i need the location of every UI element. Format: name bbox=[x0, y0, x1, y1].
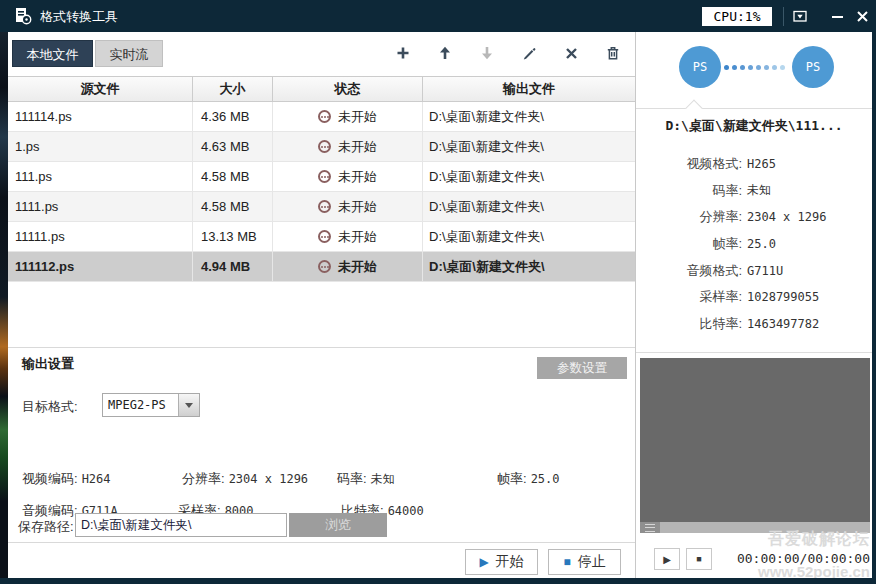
info-row: 码率: 未知 bbox=[636, 178, 872, 205]
watermark-text: 吾爱破解论坛 bbox=[768, 529, 870, 550]
table-row[interactable]: 11111.ps 13.13 MB 未开始 D:\桌面\新建文件夹\ bbox=[8, 222, 635, 252]
remove-file-button[interactable] bbox=[560, 42, 582, 64]
edit-file-button[interactable] bbox=[518, 42, 540, 64]
info-divider bbox=[636, 108, 872, 109]
source-file-cell: 11111.ps bbox=[8, 222, 193, 251]
stop-button[interactable]: ■ 停止 bbox=[548, 549, 621, 575]
dropdown-arrow-button[interactable] bbox=[178, 394, 199, 416]
status-cell: 未开始 bbox=[273, 132, 423, 161]
move-down-button[interactable] bbox=[476, 42, 498, 64]
resolution-field: 分辨率:2304 x 1296 bbox=[182, 470, 308, 488]
titlebar-separator bbox=[783, 7, 784, 26]
caret-up-icon bbox=[686, 100, 703, 117]
file-table: 111114.ps 4.36 MB 未开始 D:\桌面\新建文件夹\ 1.ps … bbox=[8, 102, 635, 282]
close-button[interactable] bbox=[851, 7, 873, 26]
status-text: 未开始 bbox=[338, 168, 377, 186]
file-size-cell: 13.13 MB bbox=[193, 222, 273, 251]
column-header-output[interactable]: 输出文件 bbox=[423, 77, 635, 101]
table-row-selected[interactable]: 111112.ps 4.94 MB 未开始 D:\桌面\新建文件夹\ bbox=[8, 252, 635, 282]
table-header: 源文件 大小 状态 输出文件 bbox=[8, 76, 635, 102]
table-row[interactable]: 111.ps 4.58 MB 未开始 D:\桌面\新建文件夹\ bbox=[8, 162, 635, 192]
info-row: 帧率: 25.0 bbox=[636, 231, 872, 258]
titlebar: 格式转换工具 CPU:1% bbox=[0, 0, 876, 32]
target-format-select[interactable]: MPEG2-PS bbox=[102, 393, 200, 417]
plus-icon bbox=[396, 46, 410, 60]
seek-handle[interactable] bbox=[640, 522, 660, 533]
stop-icon: ■ bbox=[696, 554, 701, 564]
column-header-source[interactable]: 源文件 bbox=[8, 77, 193, 101]
desktop-background-strip bbox=[0, 32, 8, 584]
preview-stop-button[interactable]: ■ bbox=[686, 548, 712, 570]
info-row: 采样率: 1028799055 bbox=[636, 284, 872, 311]
cpu-usage-badge: CPU:1% bbox=[702, 7, 772, 26]
video-codec-field: 视频编码:H264 bbox=[22, 470, 111, 488]
selected-file-path: D:\桌面\新建文件夹\111... bbox=[636, 117, 872, 135]
section-divider bbox=[8, 347, 635, 348]
media-info-list: 视频格式: H265 码率: 未知 分辨率: 2304 x 1296 帧率: 2… bbox=[636, 151, 872, 337]
source-file-cell: 111.ps bbox=[8, 162, 193, 191]
target-format-badge: PS bbox=[792, 46, 834, 88]
play-icon: ▶ bbox=[479, 556, 488, 568]
start-button-label: 开始 bbox=[496, 553, 524, 571]
output-settings-title: 输出设置 bbox=[22, 355, 74, 373]
column-header-status[interactable]: 状态 bbox=[273, 77, 423, 101]
status-cell: 未开始 bbox=[273, 102, 423, 131]
conversion-arrow-dots bbox=[724, 65, 785, 70]
file-size-cell: 4.36 MB bbox=[193, 102, 273, 131]
table-row[interactable]: 1.ps 4.63 MB 未开始 D:\桌面\新建文件夹\ bbox=[8, 132, 635, 162]
app-window: 格式转换工具 CPU:1% 本地文件 实时流 bbox=[0, 0, 876, 584]
output-path-cell: D:\桌面\新建文件夹\ bbox=[423, 132, 635, 161]
app-icon bbox=[13, 6, 33, 26]
arrow-up-icon bbox=[438, 46, 452, 60]
output-path-cell: D:\桌面\新建文件夹\ bbox=[423, 252, 635, 281]
output-path-cell: D:\桌面\新建文件夹\ bbox=[423, 102, 635, 131]
status-pending-icon bbox=[318, 230, 331, 243]
file-size-cell: 4.94 MB bbox=[193, 252, 273, 281]
status-text: 未开始 bbox=[338, 228, 377, 246]
status-cell: 未开始 bbox=[273, 192, 423, 221]
file-toolbar bbox=[392, 42, 624, 64]
start-button[interactable]: ▶ 开始 bbox=[465, 549, 538, 575]
table-row[interactable]: 111114.ps 4.36 MB 未开始 D:\桌面\新建文件夹\ bbox=[8, 102, 635, 132]
source-file-cell: 111114.ps bbox=[8, 102, 193, 131]
window-title: 格式转换工具 bbox=[40, 8, 118, 26]
parameter-settings-button[interactable]: 参数设置 bbox=[537, 357, 627, 379]
status-text: 未开始 bbox=[338, 138, 377, 156]
info-row: 音频格式: G711U bbox=[636, 257, 872, 284]
close-icon bbox=[856, 10, 869, 23]
delete-all-button[interactable] bbox=[602, 42, 624, 64]
status-pending-icon bbox=[318, 110, 331, 123]
output-path-cell: D:\桌面\新建文件夹\ bbox=[423, 162, 635, 191]
output-path-cell: D:\桌面\新建文件夹\ bbox=[423, 222, 635, 251]
add-file-button[interactable] bbox=[392, 42, 414, 64]
tab-live-stream[interactable]: 实时流 bbox=[95, 40, 163, 67]
info-row: 比特率: 1463497782 bbox=[636, 311, 872, 338]
window-border-bottom bbox=[0, 578, 876, 584]
file-size-cell: 4.63 MB bbox=[193, 132, 273, 161]
status-text: 未开始 bbox=[338, 108, 377, 126]
status-text: 未开始 bbox=[338, 258, 377, 276]
video-preview bbox=[640, 358, 870, 522]
tray-icon bbox=[793, 10, 807, 23]
status-cell: 未开始 bbox=[273, 252, 423, 281]
arrow-down-icon bbox=[480, 46, 494, 60]
stop-icon: ■ bbox=[563, 556, 570, 568]
minimize-to-tray-button[interactable] bbox=[789, 7, 811, 26]
table-row[interactable]: 1111.ps 4.58 MB 未开始 D:\桌面\新建文件夹\ bbox=[8, 192, 635, 222]
save-path-input[interactable] bbox=[75, 513, 287, 537]
play-icon: ▶ bbox=[663, 554, 671, 565]
preview-play-button[interactable]: ▶ bbox=[654, 548, 680, 570]
source-file-cell: 1111.ps bbox=[8, 192, 193, 221]
save-path-label: 保存路径: bbox=[18, 518, 74, 536]
chevron-down-icon bbox=[185, 403, 193, 408]
column-header-size[interactable]: 大小 bbox=[193, 77, 273, 101]
status-cell: 未开始 bbox=[273, 162, 423, 191]
move-up-button[interactable] bbox=[434, 42, 456, 64]
preview-divider bbox=[636, 352, 872, 353]
browse-button[interactable]: 浏览 bbox=[289, 513, 387, 537]
output-path-cell: D:\桌面\新建文件夹\ bbox=[423, 192, 635, 221]
tab-local-files[interactable]: 本地文件 bbox=[12, 40, 93, 67]
status-pending-icon bbox=[318, 170, 331, 183]
framerate-field: 帧率:25.0 bbox=[497, 470, 560, 488]
minimize-button[interactable] bbox=[826, 7, 848, 26]
